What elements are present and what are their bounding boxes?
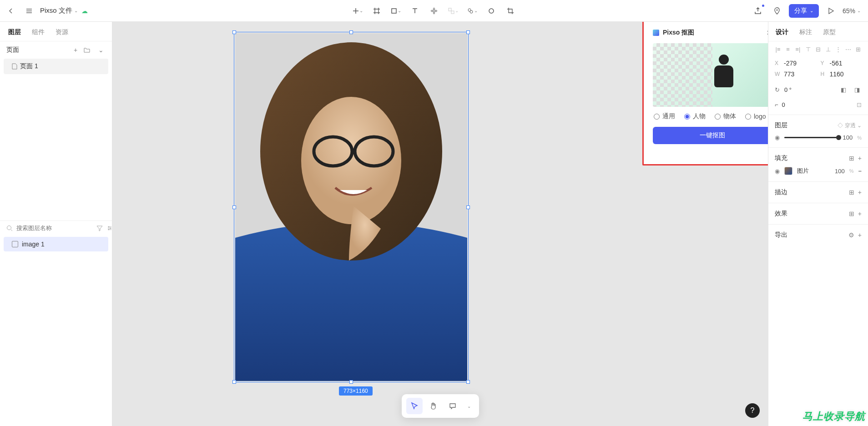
stroke-style-icon[interactable]: ⊞ [849,189,854,196]
transparency-checker [653,43,712,107]
mode-radio-group: 通用 人物 物体 logo [647,112,768,127]
add-fill-icon[interactable]: + [858,155,862,162]
chevron-down-icon: ⌄ [74,8,78,13]
effect-style-icon[interactable]: ⊞ [849,210,854,217]
tab-prototype[interactable]: 原型 [823,28,836,36]
hand-tool[interactable] [425,398,442,414]
topbar-right-group: 分享 ⌄ 65% ⌄ [751,4,864,18]
tab-design[interactable]: 设计 [776,28,788,36]
layer-item-image-1[interactable]: image 1 [4,237,108,251]
effect-section-label: 效果 [775,210,787,218]
opacity-value[interactable]: 100 [843,134,853,141]
back-button[interactable] [4,4,18,18]
chevron-down-icon: ⌄ [455,8,459,13]
chevron-down-icon: ⌄ [467,404,471,409]
settings-icon[interactable] [106,225,113,231]
cutout-button[interactable]: 一键抠图 [653,127,768,144]
corner-input[interactable]: 0 [782,101,853,108]
flip-h-icon[interactable]: ◧ [839,85,848,94]
shape-tool[interactable]: ⌄ [389,4,403,18]
align-right-icon[interactable]: ≡| [794,45,802,53]
export-section-label: 导出 [775,231,787,239]
radio-logo[interactable]: logo [745,113,766,120]
main-layout: 图层 组件 资源 页面 + ⌄ 页面 1 [0,22,868,426]
align-left-icon[interactable]: |≡ [774,45,782,53]
page-folder-icon[interactable] [84,47,93,53]
close-icon[interactable]: ✕ [767,29,768,36]
tidy-icon[interactable]: ⊞ [854,45,862,53]
frame-tool[interactable] [369,4,384,18]
flip-v-icon[interactable]: ◨ [853,85,862,94]
remove-fill-icon[interactable]: − [858,168,862,175]
menu-button[interactable] [22,4,36,18]
file-name-dropdown[interactable]: Pixso 文件 ⌄ [40,6,78,15]
tab-annotate[interactable]: 标注 [799,28,812,36]
add-export-icon[interactable]: + [858,231,862,239]
add-stroke-icon[interactable]: + [858,189,862,196]
more-tools[interactable]: ⌄ [464,398,474,414]
align-h-center-icon[interactable]: ≡ [784,45,792,53]
fill-swatch[interactable] [784,167,792,175]
help-button[interactable]: ? [745,403,760,418]
layer-search-input[interactable] [16,225,93,231]
visibility-icon[interactable]: ◉ [775,134,780,141]
radio-general[interactable]: 通用 [654,112,675,120]
export-section: 导出 ⚙ + [768,224,868,246]
annotation-highlight-box: Pixso 抠图 ✕ 通用 人物 物体 logo 一键抠图 [642,22,768,165]
radio-person[interactable]: 人物 [684,112,706,120]
zoom-dropdown[interactable]: 65% ⌄ [843,7,864,15]
effect-section: 效果 ⊞ + [768,203,868,224]
canvas-area[interactable]: 773×1160 Pixso 抠图 ✕ 通用 人物 [112,22,768,426]
filter-icon[interactable] [96,225,103,231]
sync-status-icon: ☁ [81,7,88,15]
fill-opacity-value[interactable]: 100 [835,168,845,175]
blend-mode-dropdown[interactable]: ◇ 穿透 ⌄ [838,122,862,130]
share-label: 分享 [794,7,807,15]
file-name-label: Pixso 文件 [40,6,72,15]
cursor-tool[interactable] [406,398,423,414]
add-effect-icon[interactable]: + [858,210,862,217]
left-panel: 图层 组件 资源 页面 + ⌄ 页面 1 [0,22,112,426]
align-row: |≡ ≡ ≡| ⊤ ⊟ ⊥ ⋮ ⋯ ⊞ [768,41,868,57]
comment-tool[interactable] [444,398,461,414]
layer-section-label: 图层 [775,121,787,130]
align-bottom-icon[interactable]: ⊥ [824,45,832,53]
rotation-input[interactable]: 0 ° [784,86,834,93]
align-top-icon[interactable]: ⊤ [804,45,812,53]
add-tool[interactable]: ⌄ [350,4,365,18]
tab-components[interactable]: 组件 [32,28,45,36]
svg-point-10 [108,229,109,230]
move-tool[interactable] [427,4,441,18]
page-item-1[interactable]: 页面 1 [4,59,108,74]
location-icon[interactable] [770,4,784,18]
crop-tool[interactable] [503,4,518,18]
page-icon [12,63,17,70]
opacity-slider[interactable] [784,137,838,138]
radio-object[interactable]: 物体 [715,112,736,120]
distribute-v-icon[interactable]: ⋯ [844,45,852,53]
export-icon[interactable] [751,4,765,18]
component-tool[interactable]: ⌄ [446,4,460,18]
export-settings-icon[interactable]: ⚙ [848,231,854,239]
ellipse-tool[interactable] [484,4,499,18]
collapse-pages-icon[interactable]: ⌄ [96,46,106,54]
boolean-tool[interactable]: ⌄ [465,4,479,18]
align-v-center-icon[interactable]: ⊟ [814,45,822,53]
fill-style-icon[interactable]: ⊞ [849,155,854,162]
play-button[interactable] [823,4,838,18]
independent-corners-icon[interactable]: ⊡ [857,101,862,108]
tab-layers[interactable]: 图层 [8,28,21,36]
fill-visibility-icon[interactable]: ◉ [775,168,780,175]
distribute-h-icon[interactable]: ⋮ [834,45,842,53]
chevron-down-icon: ⌄ [810,8,813,13]
text-tool[interactable] [408,4,422,18]
h-input[interactable]: H1160 [821,70,862,78]
add-page-icon[interactable]: + [71,46,80,54]
tab-resources[interactable]: 资源 [56,28,68,36]
w-input[interactable]: W773 [775,70,816,78]
plugin-title: Pixso 抠图 [663,29,694,37]
y-input[interactable]: Y-561 [821,60,862,67]
share-button[interactable]: 分享 ⌄ [789,4,819,18]
x-input[interactable]: X-279 [775,60,816,67]
layer-section: 图层 ◇ 穿透 ⌄ ◉ 100% [768,115,868,147]
